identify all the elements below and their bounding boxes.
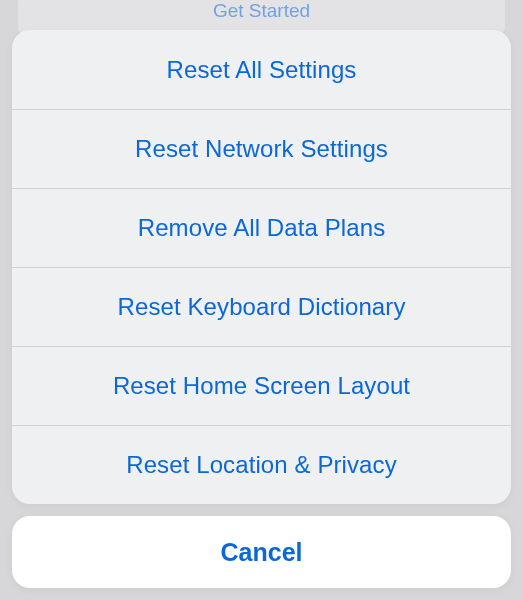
option-label: Reset Network Settings (135, 135, 388, 163)
cancel-button[interactable]: Cancel (12, 516, 511, 588)
reset-network-settings-option[interactable]: Reset Network Settings (12, 109, 511, 188)
remove-all-data-plans-option[interactable]: Remove All Data Plans (12, 188, 511, 267)
option-label: Reset Keyboard Dictionary (118, 293, 406, 321)
option-label: Reset Location & Privacy (126, 451, 397, 479)
background-row-label: Get Started (213, 0, 310, 22)
option-label: Reset All Settings (167, 56, 357, 84)
cancel-label: Cancel (221, 538, 303, 567)
options-group: Reset All Settings Reset Network Setting… (12, 30, 511, 504)
reset-keyboard-dictionary-option[interactable]: Reset Keyboard Dictionary (12, 267, 511, 346)
reset-all-settings-option[interactable]: Reset All Settings (12, 30, 511, 109)
reset-home-screen-layout-option[interactable]: Reset Home Screen Layout (12, 346, 511, 425)
action-sheet: Reset All Settings Reset Network Setting… (12, 30, 511, 588)
option-label: Reset Home Screen Layout (113, 372, 410, 400)
reset-location-privacy-option[interactable]: Reset Location & Privacy (12, 425, 511, 504)
option-label: Remove All Data Plans (138, 214, 386, 242)
